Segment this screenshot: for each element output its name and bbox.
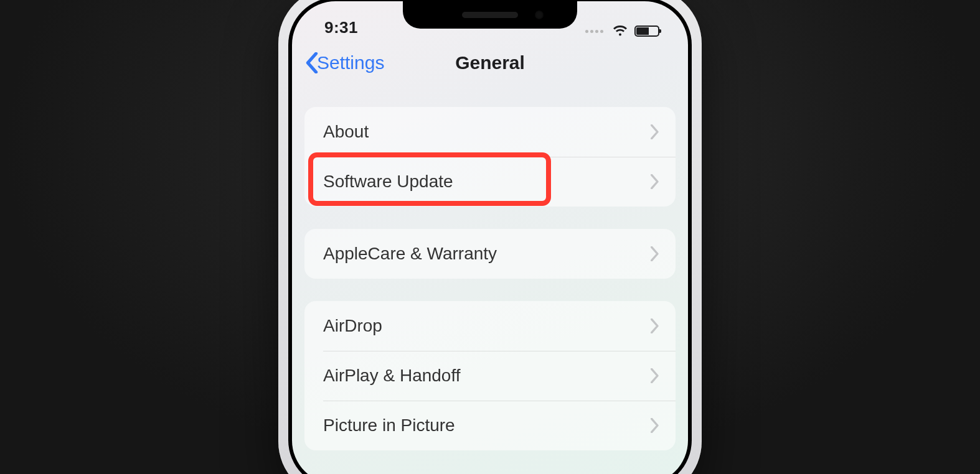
chevron-right-icon — [651, 418, 659, 433]
chevron-right-icon — [651, 124, 659, 139]
row-picture-in-picture[interactable]: Picture in Picture — [304, 401, 676, 450]
row-label: AirDrop — [323, 316, 382, 336]
row-airplay-handoff[interactable]: AirPlay & Handoff — [304, 351, 676, 401]
back-label: Settings — [317, 52, 384, 73]
front-camera — [535, 11, 544, 19]
wifi-icon — [612, 25, 628, 37]
settings-group-1: About Software Update — [304, 107, 676, 207]
chevron-right-icon — [651, 246, 659, 261]
row-label: AppleCare & Warranty — [323, 244, 497, 264]
page-title: General — [455, 52, 525, 73]
chevron-right-icon — [651, 318, 659, 333]
phone-notch — [403, 1, 577, 29]
earpiece-speaker — [462, 12, 518, 18]
cellular-dots-icon — [585, 30, 603, 33]
phone-held: 9:31 Settings General — [278, 0, 702, 474]
row-label: AirPlay & Handoff — [323, 366, 461, 386]
battery-fill — [636, 27, 649, 35]
settings-content: About Software Update AppleCare & Warran… — [292, 107, 688, 450]
row-label: About — [323, 122, 369, 142]
settings-group-3: AirDrop AirPlay & Handoff Picture in Pic… — [304, 301, 676, 450]
row-about[interactable]: About — [304, 107, 676, 157]
row-airdrop[interactable]: AirDrop — [304, 301, 676, 351]
chevron-right-icon — [651, 174, 659, 189]
battery-icon — [634, 26, 659, 37]
settings-group-2: AppleCare & Warranty — [304, 229, 676, 279]
phone-bezel: 9:31 Settings General — [288, 0, 692, 474]
phone-frame: 9:31 Settings General — [278, 0, 702, 474]
chevron-right-icon — [651, 368, 659, 383]
row-label: Picture in Picture — [323, 416, 455, 435]
status-indicators — [585, 25, 659, 37]
chevron-left-icon — [306, 52, 318, 73]
phone-screen: 9:31 Settings General — [292, 1, 688, 474]
back-button[interactable]: Settings — [306, 52, 384, 73]
row-software-update[interactable]: Software Update — [304, 157, 676, 207]
nav-bar: Settings General — [292, 41, 688, 85]
row-label: Software Update — [323, 172, 453, 192]
row-applecare-warranty[interactable]: AppleCare & Warranty — [304, 229, 676, 279]
status-time: 9:31 — [324, 18, 358, 37]
